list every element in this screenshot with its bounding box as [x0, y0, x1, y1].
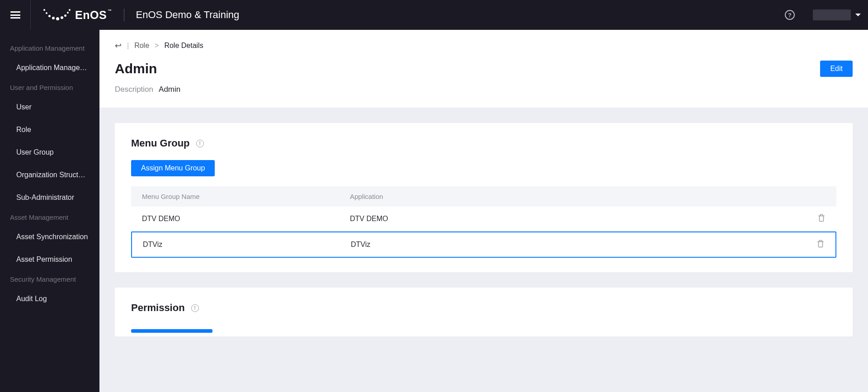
- info-icon[interactable]: !: [191, 304, 199, 312]
- sidebar-item-organization-structure[interactable]: Organization Struct…: [0, 164, 99, 186]
- sidebar-group-label: Application Management: [0, 40, 99, 57]
- sidebar-item-user[interactable]: User: [0, 96, 99, 118]
- sidebar-item-asset-synchronization[interactable]: Asset Synchronization: [0, 226, 99, 248]
- divider: [124, 9, 124, 21]
- col-header-name: Menu Group Name: [142, 193, 350, 200]
- description-value: Admin: [159, 85, 180, 94]
- delete-icon[interactable]: [817, 216, 826, 223]
- menu-group-table: Menu Group Name Application DTV DEMO DTV…: [131, 186, 836, 258]
- description-row: Description Admin: [115, 85, 853, 94]
- page-title: Admin: [115, 61, 820, 76]
- main-content: ↪ | Role > Role Details Admin Edit Descr…: [99, 30, 868, 392]
- cell-menu-group-name: DTV DEMO: [142, 215, 350, 223]
- chevron-down-icon: [855, 14, 861, 16]
- col-header-application: Application: [350, 193, 789, 200]
- breadcrumb-link-role[interactable]: Role: [134, 42, 149, 50]
- breadcrumb-current: Role Details: [164, 42, 203, 50]
- assign-menu-group-button[interactable]: Assign Menu Group: [131, 160, 215, 176]
- user-name-placeholder: [813, 9, 851, 20]
- cell-application: DTV DEMO: [350, 215, 789, 223]
- sidebar: Application Management Application Manag…: [0, 30, 99, 392]
- hamburger-icon: [10, 11, 20, 19]
- info-icon[interactable]: !: [196, 140, 204, 147]
- page-header: ↪ | Role > Role Details Admin Edit Descr…: [99, 30, 868, 108]
- sidebar-group-label: Asset Management: [0, 209, 99, 226]
- menu-group-title: Menu Group: [131, 137, 190, 149]
- sidebar-group-label: User and Permission: [0, 79, 99, 96]
- menu-toggle-button[interactable]: [0, 0, 31, 30]
- assign-permission-button[interactable]: [131, 329, 212, 333]
- logo-text: EnOS™: [75, 9, 112, 22]
- breadcrumb-separator: >: [155, 42, 159, 50]
- breadcrumb-divider: |: [127, 42, 129, 50]
- sidebar-item-user-group[interactable]: User Group: [0, 141, 99, 164]
- logo-icon: [43, 8, 71, 22]
- sidebar-item-role[interactable]: Role: [0, 118, 99, 141]
- table-header-row: Menu Group Name Application: [131, 186, 836, 207]
- cell-menu-group-name: DTViz: [143, 241, 351, 249]
- sidebar-item-audit-log[interactable]: Audit Log: [0, 288, 99, 310]
- top-bar: EnOS™ EnOS Demo & Training ?: [0, 0, 868, 30]
- app-title: EnOS Demo & Training: [136, 9, 240, 21]
- description-label: Description: [115, 85, 153, 94]
- table-row: DTV DEMO DTV DEMO: [131, 207, 836, 231]
- permission-card: Permission !: [115, 288, 853, 336]
- back-icon[interactable]: ↪: [115, 41, 122, 51]
- menu-group-card: Menu Group ! Assign Menu Group Menu Grou…: [115, 123, 853, 272]
- user-menu[interactable]: [813, 9, 861, 20]
- delete-icon[interactable]: [816, 241, 825, 249]
- sidebar-item-asset-permission[interactable]: Asset Permission: [0, 248, 99, 271]
- cell-application: DTViz: [351, 241, 788, 249]
- sidebar-item-application-management[interactable]: Application Manage…: [0, 57, 99, 79]
- permission-title: Permission: [131, 302, 185, 314]
- edit-button[interactable]: Edit: [820, 61, 853, 77]
- help-icon[interactable]: ?: [785, 10, 795, 20]
- sidebar-item-sub-administrator[interactable]: Sub-Administrator: [0, 186, 99, 209]
- logo-block: EnOS™: [31, 8, 112, 22]
- sidebar-group-label: Security Management: [0, 271, 99, 288]
- breadcrumb: ↪ | Role > Role Details: [115, 41, 853, 51]
- table-row: DTViz DTViz: [131, 231, 836, 258]
